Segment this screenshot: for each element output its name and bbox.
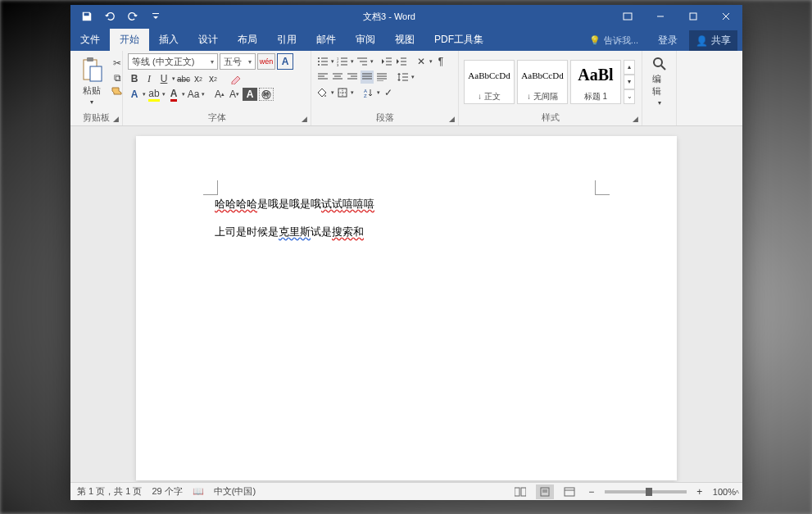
increase-indent-button[interactable] bbox=[395, 55, 408, 68]
sort-button[interactable]: AZ bbox=[362, 86, 375, 99]
view-web-layout[interactable] bbox=[560, 484, 578, 499]
zoom-out-button[interactable]: − bbox=[585, 485, 598, 498]
change-case-button[interactable]: Aa bbox=[187, 88, 200, 101]
superscript-button[interactable]: x2 bbox=[206, 72, 220, 85]
paragraph-1[interactable]: 哈哈哈哈是哦是哦是哦试试嘻嘻嘻 bbox=[215, 193, 598, 215]
ribbon-display-options[interactable] bbox=[611, 5, 644, 28]
status-language[interactable]: 中文(中国) bbox=[214, 485, 256, 498]
asian-layout-button[interactable]: ✕ bbox=[415, 55, 428, 68]
copy-button[interactable]: ⧉ bbox=[111, 71, 124, 84]
highlight-button[interactable]: ab bbox=[147, 88, 161, 101]
paragraph-dialog-launcher[interactable]: ◢ bbox=[447, 114, 456, 124]
text-effects-button[interactable]: A bbox=[128, 88, 141, 101]
align-center-button[interactable] bbox=[331, 71, 344, 84]
underline-button[interactable]: U bbox=[157, 72, 170, 85]
tell-me-search[interactable]: 💡 告诉我... bbox=[581, 34, 646, 47]
font-dialog-launcher[interactable]: ◢ bbox=[299, 114, 309, 124]
multilevel-list-button[interactable] bbox=[356, 55, 369, 68]
distributed-button[interactable] bbox=[375, 71, 388, 84]
lightbulb-icon: 💡 bbox=[589, 35, 601, 46]
tab-insert[interactable]: 插入 bbox=[149, 29, 188, 51]
line-spacing-button[interactable] bbox=[397, 71, 410, 84]
undo-button[interactable] bbox=[98, 5, 121, 28]
tab-design[interactable]: 设计 bbox=[188, 29, 228, 51]
svg-text:Z: Z bbox=[364, 93, 367, 98]
align-right-button[interactable] bbox=[346, 71, 359, 84]
phonetic-guide-button[interactable]: wén bbox=[257, 53, 275, 70]
status-word-count[interactable]: 29 个字 bbox=[152, 485, 182, 498]
subscript-button[interactable]: x2 bbox=[192, 72, 205, 85]
paragraph-2[interactable]: 上司是时候是克里斯试是搜索和 bbox=[215, 221, 598, 243]
shading-button[interactable] bbox=[316, 86, 329, 99]
clipboard-dialog-launcher[interactable]: ◢ bbox=[111, 114, 120, 124]
view-read-mode[interactable] bbox=[511, 484, 529, 499]
align-left-button[interactable] bbox=[316, 71, 329, 84]
styles-gallery-expand[interactable]: ⌄ bbox=[624, 89, 635, 104]
styles-scroll-down[interactable]: ▾ bbox=[624, 75, 635, 89]
maximize-button[interactable] bbox=[677, 5, 710, 28]
svg-point-52 bbox=[654, 58, 662, 66]
login-button[interactable]: 登录 bbox=[650, 34, 686, 48]
clear-formatting-button[interactable] bbox=[229, 72, 243, 85]
character-border-button[interactable]: A bbox=[277, 53, 293, 70]
styles-scroll-up[interactable]: ▴ bbox=[624, 60, 635, 75]
spellcheck-icon[interactable]: 📖 bbox=[193, 486, 204, 497]
grow-font-button[interactable]: A▴ bbox=[213, 88, 226, 101]
decrease-indent-button[interactable] bbox=[380, 55, 393, 68]
italic-button[interactable]: I bbox=[143, 72, 156, 85]
redo-button[interactable] bbox=[121, 5, 144, 28]
tab-layout[interactable]: 布局 bbox=[228, 29, 267, 51]
show-formatting-marks-button[interactable]: ✓ bbox=[382, 86, 395, 99]
tab-mailings[interactable]: 邮件 bbox=[306, 29, 346, 51]
tab-references[interactable]: 引用 bbox=[267, 29, 306, 51]
svg-rect-59 bbox=[565, 488, 574, 496]
collapse-ribbon-button[interactable]: ^ bbox=[735, 489, 739, 498]
svg-rect-54 bbox=[515, 488, 519, 496]
bullets-button[interactable] bbox=[316, 55, 329, 68]
titlebar: 文档3 - Word bbox=[70, 5, 742, 28]
paste-button[interactable]: 粘贴 ▾ bbox=[75, 53, 108, 109]
qat-customize-button[interactable] bbox=[144, 5, 167, 28]
window-title: 文档3 - Word bbox=[167, 11, 611, 23]
svg-rect-5 bbox=[90, 66, 102, 81]
enclose-characters-button[interactable]: ㊕ bbox=[259, 88, 274, 101]
zoom-level[interactable]: 100% bbox=[713, 487, 736, 497]
tab-view[interactable]: 视图 bbox=[385, 29, 424, 51]
align-justify-button[interactable] bbox=[361, 71, 374, 84]
character-shading-button[interactable]: A bbox=[243, 88, 257, 101]
strikethrough-button[interactable]: abc bbox=[177, 72, 190, 85]
document-area[interactable]: 哈哈哈哈是哦是哦是哦试试嘻嘻嘻 上司是时候是克里斯试是搜索和 bbox=[70, 126, 742, 482]
tab-file[interactable]: 文件 bbox=[70, 29, 110, 51]
minimize-button[interactable] bbox=[644, 5, 677, 28]
share-button[interactable]: 👤 共享 bbox=[689, 30, 737, 51]
bold-button[interactable]: B bbox=[128, 72, 141, 85]
close-button[interactable] bbox=[710, 5, 742, 28]
style-heading1[interactable]: AaBl 标题 1 bbox=[570, 60, 621, 104]
shrink-font-button[interactable]: A▾ bbox=[228, 88, 241, 101]
font-name-combo[interactable]: 等线 (中文正文)▾ bbox=[128, 53, 218, 70]
status-page[interactable]: 第 1 页，共 1 页 bbox=[77, 485, 142, 498]
cut-button[interactable]: ✂ bbox=[111, 57, 124, 70]
editing-dropdown[interactable]: 编辑 ▾ bbox=[647, 53, 672, 110]
tab-pdf[interactable]: PDF工具集 bbox=[424, 29, 493, 51]
zoom-slider[interactable] bbox=[605, 490, 687, 494]
numbering-button[interactable]: 123 bbox=[336, 55, 349, 68]
style-no-spacing[interactable]: AaBbCcDd ↓ 无间隔 bbox=[517, 60, 568, 104]
save-button[interactable] bbox=[75, 5, 98, 28]
view-print-layout[interactable] bbox=[536, 484, 554, 499]
svg-text:3: 3 bbox=[337, 63, 339, 66]
styles-dialog-launcher[interactable]: ◢ bbox=[630, 114, 640, 124]
tab-home[interactable]: 开始 bbox=[110, 29, 149, 51]
show-hide-button[interactable]: ¶ bbox=[434, 55, 447, 68]
page[interactable]: 哈哈哈哈是哦是哦是哦试试嘻嘻嘻 上司是时候是克里斯试是搜索和 bbox=[136, 136, 677, 480]
tab-review[interactable]: 审阅 bbox=[346, 29, 385, 51]
statusbar: 第 1 页，共 1 页 29 个字 📖 中文(中国) − + 100% bbox=[70, 482, 742, 500]
borders-button[interactable] bbox=[336, 86, 349, 99]
margin-marker-tr bbox=[595, 180, 610, 195]
ribbon: 粘贴 ▾ ✂ ⧉ 剪贴板 ◢ 等线 (中文正文)▾ 五号▾ wén A bbox=[70, 51, 742, 126]
font-color-button[interactable]: A bbox=[167, 88, 180, 101]
format-painter-button[interactable] bbox=[111, 86, 124, 99]
style-normal[interactable]: AaBbCcDd ↓ 正文 bbox=[464, 60, 515, 104]
zoom-in-button[interactable]: + bbox=[693, 485, 706, 498]
font-size-combo[interactable]: 五号▾ bbox=[220, 53, 256, 70]
